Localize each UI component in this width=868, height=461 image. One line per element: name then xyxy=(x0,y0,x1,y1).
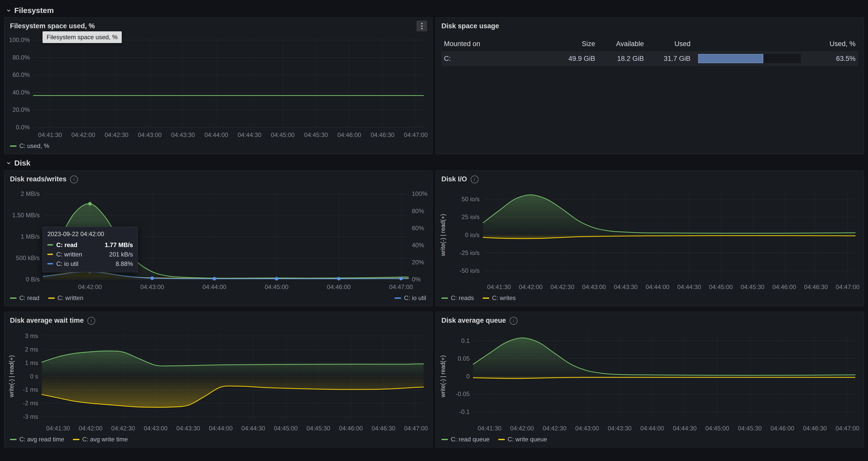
legend-swatch xyxy=(73,439,80,440)
legend-item[interactable]: C: written xyxy=(48,295,83,302)
legend-item[interactable]: C: reads xyxy=(441,295,474,302)
section-header-filesystem[interactable]: Filesystem xyxy=(4,4,864,17)
chart-legend: C: read queueC: write queue xyxy=(439,433,860,445)
panel-disk-reads-writes: Disk reads/writes i 04:42:0004:43:0004:4… xyxy=(4,171,432,306)
svg-text:04:43:00: 04:43:00 xyxy=(140,283,164,290)
chart-legend: C: readC: writtenC: io util xyxy=(7,292,429,304)
svg-text:04:42:30: 04:42:30 xyxy=(111,425,135,432)
section-header-disk[interactable]: Disk xyxy=(4,156,864,171)
panel-header[interactable]: Filesystem space used, % xyxy=(4,18,432,33)
chevron-down-icon xyxy=(6,160,12,166)
svg-text:0%: 0% xyxy=(412,276,421,283)
series-swatch xyxy=(48,254,53,255)
svg-text:04:45:00: 04:45:00 xyxy=(271,131,295,138)
svg-text:0.1: 0.1 xyxy=(461,337,470,344)
column-header-mounted-on[interactable]: Mounted on xyxy=(444,40,551,48)
svg-text:04:42:00: 04:42:00 xyxy=(510,425,534,432)
legend-item[interactable]: C: avg write time xyxy=(73,436,128,443)
svg-text:04:41:30: 04:41:30 xyxy=(46,425,70,432)
svg-text:04:42:30: 04:42:30 xyxy=(550,283,574,290)
disk-wait-time-chart[interactable]: 04:41:3004:42:0004:42:3004:43:0004:43:30… xyxy=(7,328,429,433)
svg-text:04:41:30: 04:41:30 xyxy=(477,425,501,432)
svg-text:04:44:30: 04:44:30 xyxy=(238,131,261,138)
panel-header[interactable]: Disk average wait time i xyxy=(4,312,432,327)
svg-text:40.0%: 40.0% xyxy=(12,89,30,96)
svg-text:04:46:00: 04:46:00 xyxy=(338,131,361,138)
svg-text:2 MB/s: 2 MB/s xyxy=(21,190,40,197)
svg-text:0.0%: 0.0% xyxy=(16,124,30,131)
panel-body: 04:41:3004:42:0004:42:3004:43:0004:43:30… xyxy=(436,186,864,306)
legend-item[interactable]: C: read queue xyxy=(441,436,490,443)
chart-legend: C: readsC: writes xyxy=(439,292,860,304)
disk-io-chart[interactable]: 04:41:3004:42:0004:42:3004:43:0004:43:30… xyxy=(439,186,860,292)
svg-text:04:43:00: 04:43:00 xyxy=(144,425,167,432)
legend-swatch xyxy=(10,439,17,440)
section-title: Filesystem xyxy=(14,6,54,15)
legend-swatch xyxy=(441,439,448,440)
svg-text:60.0%: 60.0% xyxy=(12,71,30,78)
row-filesystem: Filesystem space used, % 04:41:3004:42:0… xyxy=(4,17,864,154)
kebab-menu-icon[interactable] xyxy=(416,21,427,31)
chart-svg: 04:41:3004:42:0004:42:3004:43:0004:43:30… xyxy=(439,328,860,433)
info-icon[interactable]: i xyxy=(87,317,95,325)
legend-item[interactable]: C: avg read time xyxy=(10,436,64,443)
chart-svg: 04:41:3004:42:0004:42:3004:43:0004:43:30… xyxy=(439,186,860,292)
svg-text:04:47:00: 04:47:00 xyxy=(389,283,413,290)
panel-disk-average-wait-time: Disk average wait time i 04:41:3004:42:0… xyxy=(4,312,432,448)
panel-header[interactable]: Disk space usage xyxy=(436,18,864,33)
legend-item[interactable]: C: read xyxy=(10,295,39,302)
svg-text:04:43:00: 04:43:00 xyxy=(138,131,161,138)
panel-body: 04:42:0004:43:0004:44:0004:45:0004:46:00… xyxy=(4,186,432,306)
svg-text:04:42:30: 04:42:30 xyxy=(543,425,566,432)
filesystem-usage-chart[interactable]: 04:41:3004:42:0004:42:3004:43:0004:43:30… xyxy=(7,33,429,140)
svg-text:-0.05: -0.05 xyxy=(456,391,470,397)
info-icon[interactable]: i xyxy=(509,317,518,325)
panel-header[interactable]: Disk average queue i xyxy=(436,312,864,327)
svg-text:100.0%: 100.0% xyxy=(9,36,30,43)
legend-swatch xyxy=(395,298,401,299)
svg-text:04:44:00: 04:44:00 xyxy=(640,425,664,432)
svg-text:25 io/s: 25 io/s xyxy=(462,213,479,220)
legend-swatch xyxy=(483,298,489,299)
svg-text:-0.1: -0.1 xyxy=(459,408,470,415)
chart-svg: 04:41:3004:42:0004:42:3004:43:0004:43:30… xyxy=(7,328,429,433)
legend-label: C: avg write time xyxy=(82,436,128,443)
panel-header[interactable]: Disk I/O i xyxy=(436,171,864,186)
disk-queue-chart[interactable]: 04:41:3004:42:0004:42:3004:43:0004:43:30… xyxy=(439,328,860,433)
svg-text:04:44:30: 04:44:30 xyxy=(677,283,701,290)
legend-label: C: written xyxy=(58,295,83,302)
svg-text:04:42:00: 04:42:00 xyxy=(519,283,542,290)
svg-text:04:44:00: 04:44:00 xyxy=(646,283,669,290)
cell-used: 31.7 GiB xyxy=(652,55,690,63)
legend-item[interactable]: C: writes xyxy=(483,295,516,302)
column-header-used-pct[interactable]: Used, % xyxy=(808,40,856,48)
info-icon[interactable]: i xyxy=(471,176,478,183)
svg-text:3 ms: 3 ms xyxy=(25,332,38,339)
panel-filesystem-space-used: Filesystem space used, % 04:41:3004:42:0… xyxy=(4,17,432,154)
svg-text:-2 ms: -2 ms xyxy=(23,400,38,406)
dashboard-page: Filesystem Filesystem space used, % 04:4… xyxy=(0,0,868,448)
svg-text:04:43:30: 04:43:30 xyxy=(171,131,195,138)
column-header-used[interactable]: Used xyxy=(652,40,690,48)
svg-text:04:44:00: 04:44:00 xyxy=(204,131,228,138)
series-swatch xyxy=(48,244,53,246)
svg-text:-50 io/s: -50 io/s xyxy=(460,267,479,274)
svg-text:04:44:00: 04:44:00 xyxy=(203,283,226,290)
disk-space-table: Mounted on Size Available Used Used, % C… xyxy=(436,33,864,69)
legend-item[interactable]: C: write queue xyxy=(498,436,547,443)
legend-item[interactable]: C: used, % xyxy=(10,142,49,150)
svg-text:write(-) | read(+): write(-) | read(+) xyxy=(8,355,15,398)
column-header-available[interactable]: Available xyxy=(603,40,644,48)
svg-text:0 B/s: 0 B/s xyxy=(26,276,40,283)
svg-text:04:46:00: 04:46:00 xyxy=(339,425,363,432)
column-header-size[interactable]: Size xyxy=(558,40,595,48)
panel-disk-space-usage: Disk space usage Mounted on Size Availab… xyxy=(436,17,864,154)
table-row[interactable]: C: 49.9 GiB 18.2 GiB 31.7 GiB 63.5% xyxy=(441,51,858,66)
legend-item[interactable]: C: io util xyxy=(395,295,426,302)
info-icon[interactable]: i xyxy=(70,176,78,183)
panel-header[interactable]: Disk reads/writes i xyxy=(4,171,432,186)
svg-text:50 io/s: 50 io/s xyxy=(462,195,479,203)
svg-text:04:47:00: 04:47:00 xyxy=(404,425,428,432)
tooltip-row: C: written 201 kB/s xyxy=(48,250,133,259)
svg-text:500 kB/s: 500 kB/s xyxy=(16,254,40,261)
